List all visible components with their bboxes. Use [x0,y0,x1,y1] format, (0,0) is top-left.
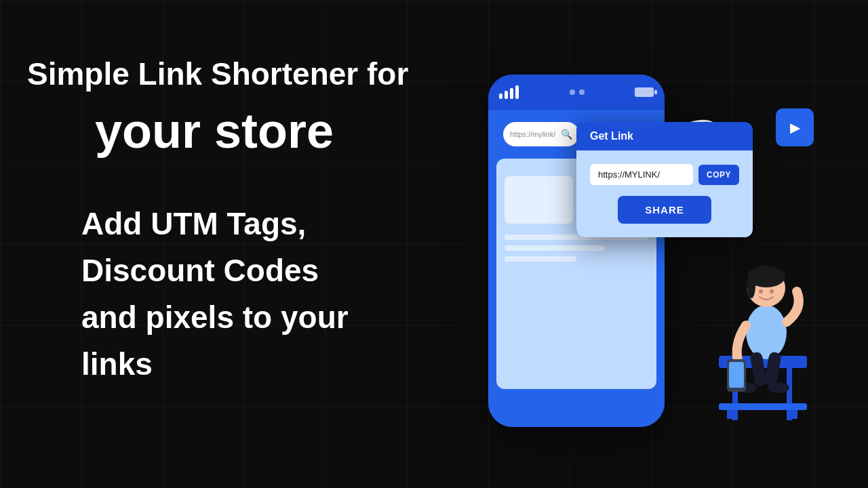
phone-url-input: https://mylink/ [510,130,555,138]
get-link-url-row: https://MYLINK/ COPY [590,164,739,185]
right-illustration-section: https://mylink/ 🔍 Get Link https://MYL [420,41,827,447]
svg-point-13 [768,382,789,393]
battery-icon [635,87,654,97]
get-link-url-display: https://MYLINK/ [590,164,693,185]
feature-discount: Discount Codes [81,247,420,294]
features-section: Add UTM Tags, Discount Codes and pixels … [81,201,420,388]
phone-top-bar [488,75,665,110]
copy-button[interactable]: COPY [698,165,739,185]
svg-point-6 [746,305,787,359]
feature-utm: Add UTM Tags, [81,201,420,247]
content-line-2 [505,245,605,251]
svg-point-17 [770,289,774,293]
get-link-title: Get Link [576,122,753,150]
signal-bars-icon [499,85,519,99]
svg-point-9 [747,274,755,298]
phone-search-icon: 🔍 [561,129,572,140]
phone-search-bar[interactable]: https://mylink/ 🔍 [503,122,579,146]
svg-rect-1 [787,366,792,420]
person-illustration [678,210,827,441]
headline-line2: your store [95,102,420,160]
svg-rect-15 [729,362,744,388]
svg-rect-5 [719,403,807,410]
headline-line1: Simple Link Shortener for [27,54,420,95]
feature-pixels: and pixels to your links [81,294,420,388]
camera-dots [570,89,585,95]
content-line-3 [505,256,576,262]
svg-point-16 [759,289,763,293]
content-lines [505,235,648,262]
floating-arrow-icon [776,108,814,146]
product-card-1 [505,176,573,224]
left-text-section: Simple Link Shortener for your store Add… [27,54,420,388]
